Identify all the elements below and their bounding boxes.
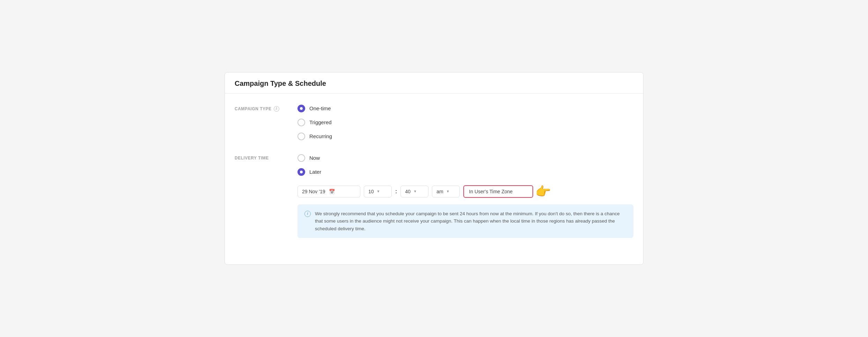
delivery-top: DELIVERY TIME Now Later — [235, 154, 321, 176]
radio-one-time[interactable] — [297, 105, 305, 112]
ampm-select[interactable]: am ▼ — [432, 186, 460, 197]
radio-later[interactable] — [297, 168, 305, 176]
timezone-wrapper: In User's Time Zone 👉 — [463, 184, 551, 199]
minute-chevron-icon: ▼ — [413, 189, 417, 193]
radio-triggered[interactable] — [297, 119, 305, 126]
info-message-text: We strongly recommend that you schedule … — [315, 210, 626, 233]
radio-later-label: Later — [309, 169, 321, 175]
campaign-type-label: CAMPAIGN TYPE i — [235, 105, 297, 112]
radio-option-recurring[interactable]: Recurring — [297, 133, 332, 140]
radio-option-later[interactable]: Later — [297, 168, 321, 176]
timezone-value: In User's Time Zone — [469, 189, 513, 194]
radio-now[interactable] — [297, 154, 305, 162]
ampm-value: am — [436, 189, 443, 194]
info-message-box: i We strongly recommend that you schedul… — [297, 204, 633, 238]
radio-option-one-time[interactable]: One-time — [297, 105, 332, 112]
delivery-time-label: DELIVERY TIME — [235, 154, 297, 160]
time-controls: 29 Nov '19 📅 10 ▼ : 40 ▼ am ▼ — [297, 184, 551, 199]
hour-value: 10 — [368, 189, 374, 194]
campaign-type-info-icon[interactable]: i — [274, 106, 279, 112]
radio-option-triggered[interactable]: Triggered — [297, 119, 332, 126]
campaign-type-options: One-time Triggered Recurring — [297, 105, 332, 140]
minute-select[interactable]: 40 ▼ — [400, 186, 428, 197]
campaign-type-schedule-card: Campaign Type & Schedule CAMPAIGN TYPE i… — [225, 72, 643, 265]
delivery-time-options: Now Later — [297, 154, 321, 176]
colon-separator: : — [395, 188, 397, 195]
radio-triggered-label: Triggered — [309, 119, 332, 125]
radio-option-now[interactable]: Now — [297, 154, 321, 162]
radio-one-time-label: One-time — [309, 105, 331, 111]
radio-recurring-label: Recurring — [309, 133, 332, 139]
date-picker[interactable]: 29 Nov '19 📅 — [297, 186, 360, 197]
radio-recurring[interactable] — [297, 133, 305, 140]
radio-now-label: Now — [309, 155, 320, 161]
info-message-icon: i — [304, 211, 311, 217]
page-title: Campaign Type & Schedule — [235, 80, 633, 88]
hand-pointing-icon: 👉 — [535, 184, 551, 199]
minute-value: 40 — [405, 189, 411, 194]
hour-chevron-icon: ▼ — [377, 189, 380, 193]
date-value: 29 Nov '19 — [302, 189, 325, 194]
calendar-icon: 📅 — [329, 189, 335, 194]
ampm-chevron-icon: ▼ — [446, 189, 450, 193]
card-body: CAMPAIGN TYPE i One-time Triggered Recur… — [225, 93, 643, 265]
timezone-select[interactable]: In User's Time Zone — [463, 185, 533, 198]
card-header: Campaign Type & Schedule — [225, 73, 643, 93]
hour-select[interactable]: 10 ▼ — [364, 186, 392, 197]
campaign-type-section: CAMPAIGN TYPE i One-time Triggered Recur… — [235, 105, 633, 140]
delivery-time-section: DELIVERY TIME Now Later 29 Nov '19 — [235, 154, 633, 238]
